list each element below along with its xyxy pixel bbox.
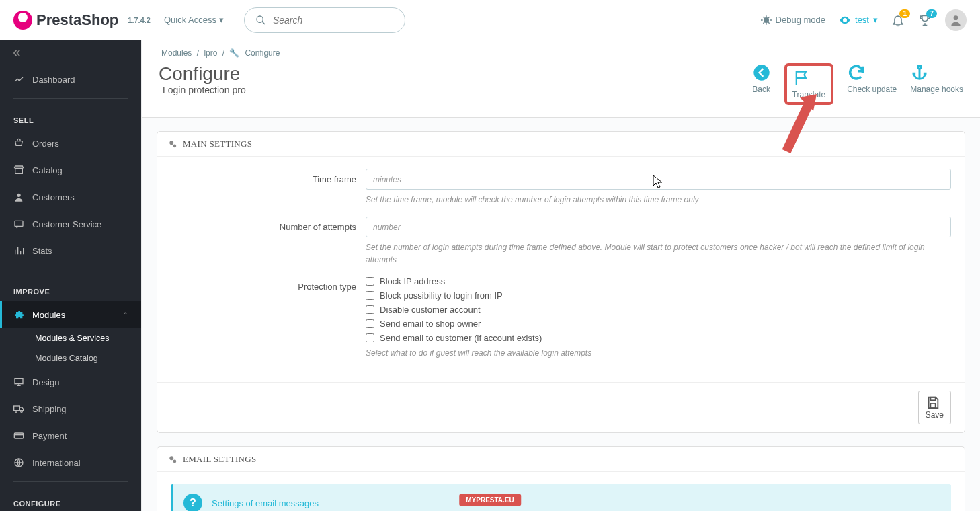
manage-hooks-button[interactable]: Manage hooks	[910, 63, 963, 105]
attempts-input[interactable]	[366, 217, 951, 237]
check-block-login[interactable]	[366, 291, 374, 300]
sidebar-item-customers[interactable]: Customers	[0, 184, 141, 210]
topbar: PrestaShop 1.7.4.2 Quick Access ▾ Debug …	[0, 0, 980, 40]
person-icon	[13, 192, 24, 202]
protection-type-row: Protection type Block IP address Block p…	[171, 276, 951, 359]
question-icon: ?	[183, 494, 202, 511]
view-shop-link[interactable]: test ▾	[839, 14, 878, 26]
sidebar-catalog-label: Catalog	[32, 165, 63, 175]
sidebar: Dashboard SELL Orders Catalog Customers …	[0, 40, 141, 511]
attempts-label: Number of attempts	[171, 217, 366, 266]
save-button[interactable]: Save	[918, 391, 951, 424]
sidebar-item-orders[interactable]: Orders	[0, 130, 141, 157]
svg-point-4	[17, 194, 20, 197]
search-wrap	[244, 7, 405, 33]
truck-icon	[13, 403, 24, 414]
quick-access-dropdown[interactable]: Quick Access ▾	[164, 15, 224, 25]
back-button[interactable]: Back	[752, 63, 771, 105]
desktop-icon	[13, 377, 24, 387]
page-subtitle: Login protection pro	[163, 85, 246, 95]
brand-name: PrestaShop	[36, 11, 118, 29]
protection-type-help: Select what to do if guest will reach th…	[366, 347, 951, 359]
opt-block-ip-label: Block IP address	[380, 276, 445, 286]
main-settings-title: MAIN SETTINGS	[183, 139, 252, 149]
sidebar-shipping-label: Shipping	[32, 404, 67, 414]
bell-notifications[interactable]: 1	[891, 13, 905, 27]
watermark: MYPRESTA.EU	[459, 494, 521, 506]
caret-down-icon: ▾	[219, 15, 224, 25]
sidebar-sub-modules-services[interactable]: Modules & Services	[0, 328, 141, 348]
sidebar-cs-label: Customer Service	[32, 219, 101, 229]
panel-heading-main: MAIN SETTINGS	[157, 132, 965, 157]
translate-label: Translate	[792, 90, 826, 100]
time-frame-help: Set the time frame, module will check th…	[366, 194, 951, 206]
refresh-icon	[847, 63, 897, 82]
cart-icon	[13, 138, 24, 149]
breadcrumb: Modules / lpro / 🔧Configure	[159, 48, 963, 58]
svg-point-19	[173, 460, 177, 463]
time-frame-input[interactable]	[366, 169, 951, 190]
svg-point-0	[257, 16, 263, 22]
time-frame-label: Time frame	[171, 169, 366, 206]
opt-block-login-label: Block possibility to login from IP	[380, 290, 503, 301]
user-avatar[interactable]	[945, 9, 967, 31]
sidebar-item-payment[interactable]: Payment	[0, 422, 141, 449]
panel-footer: Save	[157, 382, 965, 432]
arrow-left-icon	[752, 63, 771, 82]
svg-rect-6	[15, 379, 23, 384]
stats-icon	[13, 245, 24, 256]
svg-point-15	[173, 145, 177, 148]
puzzle-icon	[13, 309, 24, 320]
sidebar-item-design[interactable]: Design	[0, 368, 141, 395]
sidebar-item-stats[interactable]: Stats	[0, 237, 141, 264]
eye-icon	[839, 14, 851, 26]
check-update-button[interactable]: Check update	[847, 63, 897, 105]
check-email-owner[interactable]	[366, 319, 374, 328]
sidebar-item-customer-service[interactable]: Customer Service	[0, 210, 141, 237]
sidebar-item-international[interactable]: International	[0, 449, 141, 476]
sidebar-stats-label: Stats	[32, 246, 52, 256]
trophy-notifications[interactable]: 7	[918, 13, 932, 27]
sidebar-section-improve: IMPROVE	[0, 276, 141, 301]
sidebar-modules-label: Modules	[32, 310, 65, 320]
check-disable-account[interactable]	[366, 305, 374, 314]
sidebar-item-shipping[interactable]: Shipping	[0, 395, 141, 422]
save-label: Save	[926, 410, 944, 420]
breadcrumb-configure: Configure	[245, 48, 280, 58]
sidebar-item-dashboard[interactable]: Dashboard	[0, 66, 141, 93]
bug-icon	[761, 15, 772, 26]
check-block-ip[interactable]	[366, 277, 374, 286]
sidebar-section-sell: SELL	[0, 104, 141, 130]
svg-point-9	[21, 411, 23, 413]
store-icon	[13, 165, 24, 175]
svg-rect-10	[14, 433, 23, 438]
search-box[interactable]	[244, 7, 405, 33]
sidebar-collapse-button[interactable]	[0, 40, 141, 66]
debug-mode-link[interactable]: Debug mode	[761, 15, 825, 26]
opt-email-owner-label: Send email to shop owner	[380, 319, 481, 329]
translate-button[interactable]: Translate	[784, 63, 834, 105]
breadcrumb-lpro[interactable]: lpro	[204, 48, 217, 58]
logo[interactable]: PrestaShop 1.7.4.2	[13, 11, 151, 30]
breadcrumb-modules[interactable]: Modules	[161, 48, 192, 58]
quick-access-label: Quick Access	[164, 15, 216, 25]
version-label: 1.7.4.2	[128, 16, 151, 24]
card-icon	[13, 430, 24, 441]
svg-point-18	[169, 456, 173, 460]
svg-rect-3	[15, 168, 23, 173]
email-settings-panel: EMAIL SETTINGS ? Settings of email messa…	[157, 446, 965, 511]
chevron-up-icon: ⌃	[122, 311, 128, 319]
svg-rect-16	[930, 397, 935, 401]
email-settings-title: EMAIL SETTINGS	[183, 454, 257, 465]
search-input[interactable]	[273, 15, 394, 26]
search-icon	[255, 15, 266, 26]
sidebar-sub-modules-catalog[interactable]: Modules Catalog	[0, 348, 141, 368]
page-title: Configure	[159, 63, 246, 85]
notif-badge-2: 7	[926, 9, 937, 18]
check-email-customer[interactable]	[366, 333, 374, 342]
opt-email-cust-label: Send email to customer (if account exist…	[380, 333, 542, 343]
sidebar-item-catalog[interactable]: Catalog	[0, 157, 141, 184]
svg-point-8	[15, 411, 17, 413]
topbar-right: Debug mode test ▾ 1 7	[761, 9, 967, 31]
sidebar-item-modules[interactable]: Modules⌃	[0, 301, 141, 328]
